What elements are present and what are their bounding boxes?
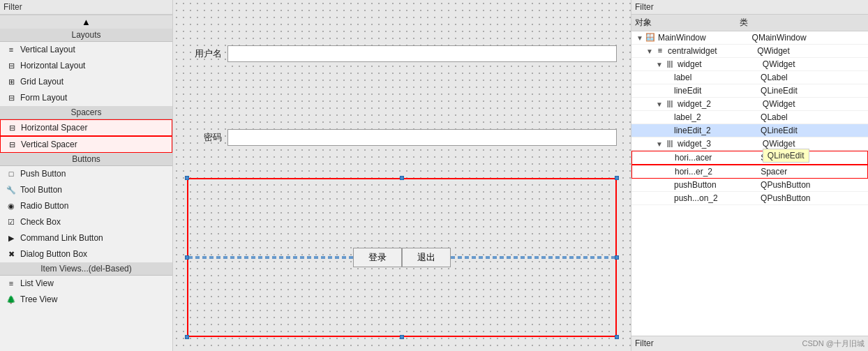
tree-item-mainwindow[interactable]: ▼ 🪟 MainWindow QMainWindow bbox=[631, 31, 868, 45]
object-column-header: 对象 bbox=[635, 17, 740, 29]
class-label: QLabel bbox=[761, 73, 865, 82]
class-pushButton: QPushButton bbox=[761, 180, 865, 190]
form-layout-label: Form Layout bbox=[20, 93, 67, 103]
class-label2: QLabel bbox=[761, 112, 865, 122]
sidebar-item-radio-button[interactable]: ◉ Radio Button bbox=[0, 198, 172, 214]
right-spacer bbox=[451, 256, 615, 259]
vertical-layout-label: Vertical Layout bbox=[20, 45, 75, 54]
horizontal-layout-label: Horizontal Layout bbox=[20, 61, 85, 70]
name-centralwidget: centralwidget bbox=[668, 46, 757, 56]
tree-item-hori-er2[interactable]: hori...er_2 Spacer bbox=[631, 165, 868, 179]
command-link-button-label: Command Link Button bbox=[20, 233, 103, 243]
horizontal-spacer-label: Horizontal Spacer bbox=[21, 123, 87, 133]
grid-layout-label: Grid Layout bbox=[20, 77, 63, 87]
password-input[interactable] bbox=[227, 129, 617, 146]
expander-widget[interactable]: ▼ bbox=[654, 61, 664, 68]
scroll-up-button[interactable]: ▲ bbox=[0, 15, 172, 29]
class-column-header: 类 bbox=[740, 17, 865, 29]
list-view-label: List View bbox=[20, 278, 54, 288]
tree-view-label: Tree View bbox=[20, 294, 57, 304]
left-widget-panel: Filter ▲ Layouts ≡ Vertical Layout ⊟ Hor… bbox=[0, 0, 173, 351]
buttons-widget-container: 登录 退出 bbox=[187, 178, 617, 337]
vertical-layout-icon: ≡ bbox=[6, 44, 17, 55]
icon-centralwidget: ≡ bbox=[654, 46, 666, 56]
object-tree: 对象 类 ▼ 🪟 MainWindow QMainWindow ▼ ≡ cent… bbox=[631, 15, 868, 336]
horizontal-spacer-icon: ⊟ bbox=[6, 122, 17, 133]
sidebar-item-grid-layout[interactable]: ⊞ Grid Layout bbox=[0, 74, 172, 90]
username-input[interactable] bbox=[227, 45, 617, 62]
tree-item-widget3[interactable]: ▼ ||| widget_3 QWidget QLineEdit bbox=[631, 137, 868, 151]
class-hori-er2: Spacer bbox=[761, 167, 864, 177]
spacers-section-header: Spacers bbox=[0, 106, 172, 119]
expander-widget2[interactable]: ▼ bbox=[654, 100, 664, 108]
name-lineEdit: lineEdit bbox=[674, 86, 761, 96]
login-button[interactable]: 登录 bbox=[353, 248, 402, 267]
tree-item-label2[interactable]: label_2 QLabel bbox=[631, 111, 868, 124]
check-box-label: Check Box bbox=[20, 217, 61, 227]
sidebar-item-tree-view[interactable]: 🌲 Tree View bbox=[0, 292, 172, 308]
quit-button[interactable]: 退出 bbox=[402, 248, 451, 267]
password-row: 密码 bbox=[187, 129, 617, 146]
name-label: label bbox=[674, 73, 761, 82]
sidebar-item-horizontal-spacer[interactable]: ⊟ Horizontal Spacer bbox=[0, 119, 172, 136]
sidebar-item-vertical-layout[interactable]: ≡ Vertical Layout bbox=[0, 42, 172, 58]
name-mainwindow: MainWindow bbox=[658, 33, 752, 43]
tree-header: 对象 类 bbox=[631, 15, 868, 31]
center-canvas-panel: 用户名 密码 登录 退出 bbox=[173, 0, 631, 351]
sidebar-item-tool-button[interactable]: 🔧 Tool Button bbox=[0, 182, 172, 198]
sidebar-item-list-view[interactable]: ≡ List View bbox=[0, 276, 172, 292]
layouts-section-header: Layouts bbox=[0, 29, 172, 42]
name-push-on-2: push...on_2 bbox=[674, 193, 761, 203]
tree-item-lineEdit[interactable]: lineEdit QLineEdit bbox=[631, 84, 868, 98]
class-widget: QWidget bbox=[763, 59, 865, 69]
tree-item-label[interactable]: label QLabel bbox=[631, 71, 868, 84]
grid-layout-icon: ⊞ bbox=[6, 76, 17, 87]
name-widget3: widget_3 bbox=[678, 139, 763, 149]
expander-widget3[interactable]: ▼ bbox=[654, 140, 664, 148]
tree-view-icon: 🌲 bbox=[6, 294, 17, 305]
radio-button-label: Radio Button bbox=[20, 201, 68, 211]
class-hori-acer: Spacer bbox=[761, 153, 864, 163]
left-spacer bbox=[188, 256, 353, 259]
watermark-text: CSDN @十月旧城 bbox=[802, 338, 865, 349]
name-hori-acer: hori...acer bbox=[675, 153, 761, 163]
left-filter-label: Filter bbox=[3, 2, 22, 12]
sidebar-item-vertical-spacer[interactable]: ⊟ Vertical Spacer bbox=[0, 136, 172, 153]
dialog-button-box-icon: ✖ bbox=[6, 248, 17, 260]
form-layout-icon: ⊟ bbox=[6, 92, 17, 103]
tree-item-lineEdit2[interactable]: lineEdit_2 QLineEdit bbox=[631, 124, 868, 137]
sidebar-item-horizontal-layout[interactable]: ⊟ Horizontal Layout bbox=[0, 58, 172, 74]
tree-item-widget2[interactable]: ▼ ||| widget_2 QWidget bbox=[631, 98, 868, 111]
expander-centralwidget[interactable]: ▼ bbox=[645, 47, 654, 55]
tree-item-push-on-2[interactable]: push...on_2 QPushButton bbox=[631, 192, 868, 205]
icon-widget3: ||| bbox=[664, 139, 675, 149]
tree-item-centralwidget[interactable]: ▼ ≡ centralwidget QWidget bbox=[631, 45, 868, 58]
sidebar-item-check-box[interactable]: ☑ Check Box bbox=[0, 214, 172, 230]
sidebar-item-push-button[interactable]: □ Push Button bbox=[0, 166, 172, 182]
sidebar-item-dialog-button-box[interactable]: ✖ Dialog Button Box bbox=[0, 246, 172, 262]
push-button-icon: □ bbox=[6, 168, 17, 179]
dialog-button-box-label: Dialog Button Box bbox=[20, 249, 87, 259]
tool-button-icon: 🔧 bbox=[6, 184, 17, 195]
class-mainwindow: QMainWindow bbox=[752, 33, 865, 43]
username-label: 用户名 bbox=[187, 47, 222, 60]
class-widget3: QWidget QLineEdit bbox=[763, 139, 865, 149]
expander-mainwindow[interactable]: ▼ bbox=[635, 34, 645, 42]
tree-item-hori-acer[interactable]: hori...acer Spacer bbox=[631, 151, 868, 165]
tree-item-widget[interactable]: ▼ ||| widget QWidget bbox=[631, 58, 868, 71]
name-widget2: widget_2 bbox=[678, 99, 763, 109]
tree-item-pushButton[interactable]: pushButton QPushButton bbox=[631, 179, 868, 192]
class-centralwidget: QWidget bbox=[757, 46, 865, 56]
icon-widget: ||| bbox=[664, 59, 675, 69]
right-filter-label: Filter bbox=[635, 2, 654, 12]
list-view-icon: ≡ bbox=[6, 278, 17, 289]
sidebar-item-command-link-button[interactable]: ▶ Command Link Button bbox=[0, 230, 172, 246]
widget-list: Layouts ≡ Vertical Layout ⊟ Horizontal L… bbox=[0, 29, 172, 351]
horizontal-layout-icon: ⊟ bbox=[6, 60, 17, 71]
radio-button-icon: ◉ bbox=[6, 200, 17, 211]
icon-widget2: ||| bbox=[664, 99, 675, 109]
sidebar-item-form-layout[interactable]: ⊟ Form Layout bbox=[0, 90, 172, 106]
canvas-area[interactable]: 用户名 密码 登录 退出 bbox=[173, 0, 631, 351]
right-object-inspector-panel: Filter 对象 类 ▼ 🪟 MainWindow QMainWindow ▼… bbox=[631, 0, 868, 351]
right-spacer-dots bbox=[451, 257, 615, 259]
